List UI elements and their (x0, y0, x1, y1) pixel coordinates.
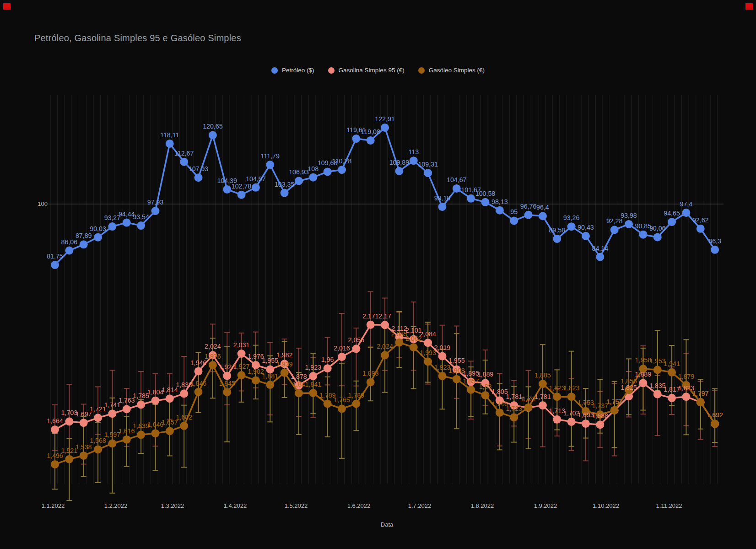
data-point-marker[interactable] (567, 393, 576, 401)
data-point-marker[interactable] (94, 233, 102, 242)
data-point-marker[interactable] (166, 394, 174, 403)
data-point-marker[interactable] (424, 339, 432, 347)
data-point-marker[interactable] (567, 418, 576, 426)
data-point-marker[interactable] (639, 231, 647, 239)
data-point-marker[interactable] (553, 415, 561, 424)
data-point-marker[interactable] (582, 232, 590, 240)
data-point-marker[interactable] (137, 221, 145, 230)
data-point-marker[interactable] (539, 212, 547, 220)
data-point-marker[interactable] (94, 414, 102, 422)
data-point-marker[interactable] (481, 198, 490, 206)
data-point-marker[interactable] (51, 261, 59, 269)
data-point-marker[interactable] (553, 235, 561, 243)
data-point-marker[interactable] (381, 321, 389, 329)
data-point-marker[interactable] (453, 184, 461, 193)
data-point-marker[interactable] (524, 211, 533, 219)
data-point-marker[interactable] (668, 218, 676, 226)
data-point-marker[interactable] (223, 371, 231, 380)
data-point-marker[interactable] (123, 436, 131, 444)
data-point-marker[interactable] (65, 417, 73, 425)
data-point-marker[interactable] (80, 240, 88, 248)
data-point-marker[interactable] (467, 194, 475, 203)
data-point-marker[interactable] (238, 191, 246, 199)
data-point-marker[interactable] (367, 136, 375, 145)
data-point-marker[interactable] (238, 350, 246, 358)
data-point-marker[interactable] (324, 364, 332, 372)
data-point-marker[interactable] (467, 386, 475, 394)
data-point-marker[interactable] (352, 135, 360, 143)
data-point-marker[interactable] (166, 140, 174, 148)
data-point-marker[interactable] (266, 161, 274, 169)
data-point-marker[interactable] (338, 353, 346, 361)
data-point-marker[interactable] (295, 177, 303, 185)
data-point-marker[interactable] (151, 429, 159, 437)
data-point-marker[interactable] (653, 390, 662, 398)
data-point-marker[interactable] (610, 226, 619, 234)
data-point-marker[interactable] (324, 167, 332, 176)
data-point-marker[interactable] (151, 207, 159, 215)
data-point-marker[interactable] (137, 400, 145, 409)
data-point-marker[interactable] (309, 173, 317, 182)
data-point-marker[interactable] (180, 158, 188, 166)
data-point-marker[interactable] (223, 388, 231, 396)
data-point-marker[interactable] (324, 400, 332, 408)
data-point-marker[interactable] (65, 247, 73, 255)
data-point-marker[interactable] (295, 389, 303, 397)
data-point-marker[interactable] (252, 183, 260, 192)
data-point-marker[interactable] (438, 352, 446, 361)
data-point-marker[interactable] (496, 409, 504, 417)
data-point-marker[interactable] (596, 253, 604, 261)
data-point-marker[interactable] (367, 378, 375, 386)
data-point-marker[interactable] (510, 413, 518, 421)
data-point-marker[interactable] (209, 131, 217, 139)
data-point-marker[interactable] (108, 409, 116, 418)
data-point-marker[interactable] (94, 445, 102, 453)
data-point-marker[interactable] (410, 156, 418, 165)
data-point-marker[interactable] (252, 376, 260, 384)
data-point-marker[interactable] (281, 189, 289, 197)
data-point-marker[interactable] (697, 398, 705, 406)
data-point-marker[interactable] (711, 420, 719, 428)
data-point-marker[interactable] (682, 393, 690, 401)
data-point-marker[interactable] (539, 401, 547, 409)
data-point-marker[interactable] (668, 394, 676, 402)
data-point-marker[interactable] (539, 380, 547, 388)
data-point-marker[interactable] (209, 361, 217, 369)
data-point-marker[interactable] (567, 222, 576, 231)
data-point-marker[interactable] (338, 166, 346, 174)
data-point-marker[interactable] (395, 167, 403, 175)
data-point-marker[interactable] (238, 371, 246, 379)
data-point-marker[interactable] (453, 375, 461, 383)
data-point-marker[interactable] (381, 124, 389, 132)
data-point-marker[interactable] (266, 381, 274, 389)
data-point-marker[interactable] (625, 220, 633, 228)
data-point-marker[interactable] (553, 393, 561, 401)
data-point-marker[interactable] (596, 420, 604, 429)
data-point-marker[interactable] (438, 203, 446, 211)
data-point-marker[interactable] (682, 209, 690, 217)
data-point-marker[interactable] (223, 185, 231, 194)
data-point-marker[interactable] (108, 439, 116, 447)
data-point-marker[interactable] (309, 389, 317, 397)
data-point-marker[interactable] (524, 404, 533, 412)
data-point-marker[interactable] (438, 372, 446, 380)
data-point-marker[interactable] (194, 367, 203, 376)
data-point-marker[interactable] (51, 460, 59, 468)
data-point-marker[interactable] (610, 406, 619, 414)
data-point-marker[interactable] (582, 420, 590, 428)
data-point-marker[interactable] (395, 339, 403, 347)
data-point-marker[interactable] (108, 222, 116, 231)
data-point-marker[interactable] (424, 357, 432, 366)
data-point-marker[interactable] (151, 397, 159, 405)
data-point-marker[interactable] (653, 233, 662, 241)
data-point-marker[interactable] (80, 419, 88, 427)
data-point-marker[interactable] (510, 216, 518, 225)
data-point-marker[interactable] (352, 344, 360, 353)
data-point-marker[interactable] (180, 422, 188, 430)
data-point-marker[interactable] (481, 391, 490, 399)
data-point-marker[interactable] (166, 427, 174, 435)
data-point-marker[interactable] (80, 452, 88, 460)
data-point-marker[interactable] (123, 405, 131, 413)
data-point-marker[interactable] (123, 219, 131, 227)
data-point-marker[interactable] (653, 366, 662, 374)
